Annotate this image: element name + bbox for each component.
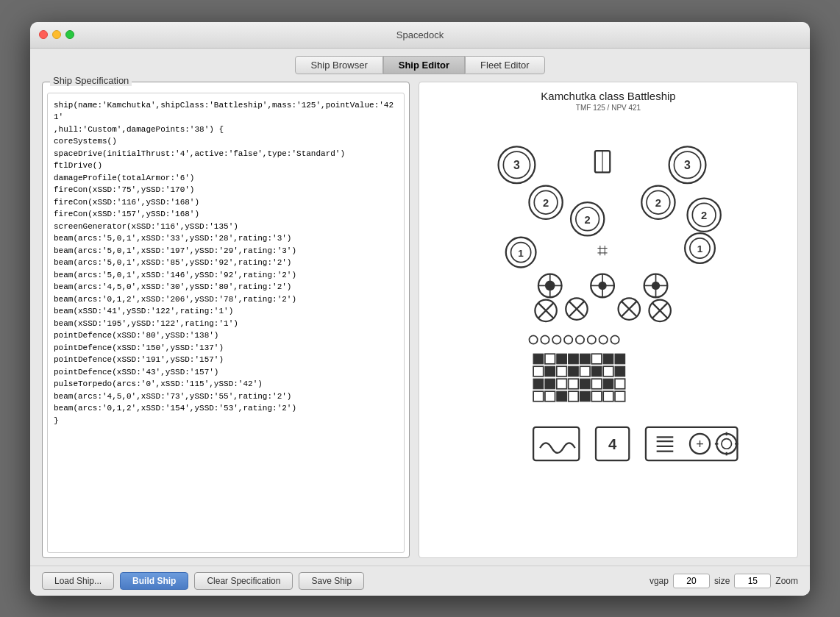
tab-ship-browser[interactable]: Ship Browser — [295, 56, 382, 74]
tab-bar: Ship Browser Ship Editor Fleet Editor — [30, 49, 810, 74]
svg-rect-68 — [569, 354, 579, 364]
ship-svg: 3 3 2 — [427, 119, 790, 535]
svg-rect-87 — [603, 379, 613, 389]
svg-point-64 — [611, 335, 619, 343]
svg-rect-96 — [615, 391, 625, 402]
titlebar: Spacedock — [30, 22, 810, 49]
svg-point-63 — [599, 335, 608, 343]
close-button[interactable] — [39, 30, 48, 39]
svg-point-62 — [588, 335, 596, 343]
svg-text:3: 3 — [684, 158, 691, 171]
svg-rect-94 — [591, 391, 602, 402]
svg-rect-84 — [569, 379, 579, 389]
svg-rect-85 — [580, 379, 591, 389]
svg-point-61 — [576, 335, 584, 343]
svg-rect-90 — [545, 391, 555, 402]
svg-text:2: 2 — [655, 196, 661, 208]
svg-point-60 — [564, 335, 572, 343]
svg-rect-86 — [591, 379, 602, 389]
vgap-input[interactable] — [673, 574, 710, 588]
svg-rect-77 — [580, 366, 591, 377]
ship-display: Kamchutka class Battleship TMF 125 / NPV… — [427, 90, 790, 550]
svg-rect-71 — [603, 354, 613, 364]
svg-rect-67 — [557, 354, 567, 364]
svg-rect-95 — [603, 391, 613, 402]
size-input[interactable] — [734, 574, 771, 588]
svg-rect-100 — [646, 427, 738, 460]
zoom-area: vgap size Zoom — [649, 574, 798, 588]
size-label: size — [714, 576, 730, 586]
svg-text:3: 3 — [513, 158, 520, 171]
load-ship-button[interactable]: Load Ship... — [42, 572, 114, 590]
zoom-label: Zoom — [775, 576, 798, 586]
main-content: Ship Specification Kamchutka class Battl… — [30, 74, 810, 566]
left-panel: Ship Specification — [42, 82, 410, 558]
svg-rect-88 — [615, 379, 625, 389]
svg-text:2: 2 — [585, 213, 591, 225]
build-ship-button[interactable]: Build Ship — [120, 572, 188, 590]
svg-point-108 — [722, 438, 732, 449]
clear-spec-button[interactable]: Clear Specification — [194, 572, 293, 590]
ship-subtitle: TMF 125 / NPV 421 — [427, 104, 790, 112]
traffic-lights — [39, 30, 74, 39]
ship-title: Kamchutka class Battleship — [427, 90, 790, 102]
svg-rect-69 — [580, 354, 591, 364]
svg-rect-83 — [557, 379, 567, 389]
svg-point-57 — [529, 335, 537, 343]
svg-rect-82 — [545, 379, 555, 389]
svg-rect-72 — [615, 354, 625, 364]
panel-legend: Ship Specification — [50, 75, 132, 86]
svg-text:4: 4 — [608, 436, 617, 452]
svg-rect-76 — [569, 366, 579, 377]
svg-text:+: + — [696, 437, 704, 452]
maximize-button[interactable] — [65, 30, 74, 39]
vgap-label: vgap — [649, 576, 669, 586]
svg-rect-81 — [533, 379, 544, 389]
svg-rect-66 — [545, 354, 555, 364]
svg-point-107 — [716, 433, 736, 453]
svg-rect-75 — [557, 366, 567, 377]
svg-rect-93 — [580, 391, 591, 402]
svg-rect-79 — [603, 366, 613, 377]
svg-text:⌗: ⌗ — [597, 239, 608, 260]
save-ship-button[interactable]: Save Ship — [299, 572, 364, 590]
svg-rect-78 — [591, 366, 602, 377]
svg-text:2: 2 — [701, 209, 707, 221]
svg-rect-73 — [533, 366, 544, 377]
svg-rect-80 — [615, 366, 625, 377]
svg-point-58 — [541, 335, 549, 343]
svg-rect-91 — [557, 391, 567, 402]
svg-text:1: 1 — [697, 243, 703, 254]
svg-rect-74 — [545, 366, 555, 377]
tab-fleet-editor[interactable]: Fleet Editor — [465, 56, 544, 74]
svg-text:2: 2 — [543, 196, 549, 208]
window-title: Spacedock — [396, 29, 444, 40]
svg-text:1: 1 — [518, 247, 524, 258]
bottom-bar: Load Ship... Build Ship Clear Specificat… — [30, 566, 810, 596]
ship-diagram: 3 3 2 — [427, 119, 790, 535]
right-panel: Kamchutka class Battleship TMF 125 / NPV… — [419, 82, 798, 558]
main-window: Spacedock Ship Browser Ship Editor Fleet… — [30, 22, 810, 596]
svg-point-59 — [552, 335, 560, 343]
svg-rect-89 — [533, 391, 544, 402]
svg-rect-65 — [533, 354, 544, 364]
tab-ship-editor[interactable]: Ship Editor — [383, 56, 465, 74]
minimize-button[interactable] — [52, 30, 61, 39]
svg-rect-70 — [591, 354, 602, 364]
svg-rect-92 — [569, 391, 579, 402]
spec-textarea[interactable] — [47, 93, 405, 553]
